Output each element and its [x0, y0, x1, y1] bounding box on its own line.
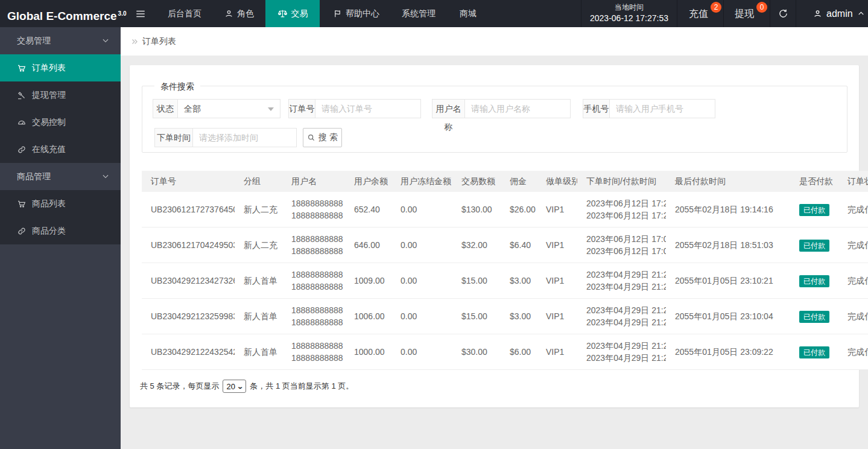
- sidebar-item-order-list[interactable]: 订单列表: [0, 54, 121, 81]
- paid-status-badge: 已付款: [799, 346, 829, 358]
- cell-is-paid: 已付款: [790, 263, 838, 299]
- table-header-row: 订单号 分组 用户名 用户余额 用户冻结金额 交易数额 佣金 做单级别 下单时间…: [142, 171, 868, 192]
- username-label: 用户名称: [432, 99, 465, 118]
- pagination-suffix: 条，共 1 页当前显示第 1 页。: [250, 381, 353, 392]
- recharge-badge: 2: [711, 2, 721, 13]
- cell-amount: $130.00: [452, 192, 501, 228]
- chevron-down-icon: [268, 107, 274, 111]
- column-header-amount: 交易数额: [452, 171, 501, 192]
- nav-label: 帮助中心: [346, 0, 379, 27]
- nav-item-trade[interactable]: 交易: [265, 0, 320, 27]
- cell-level: VIP1: [537, 299, 577, 334]
- cell-commission: $6.40: [501, 228, 537, 263]
- paid-status-badge: 已付款: [799, 204, 829, 216]
- nav-item-roles[interactable]: 角色: [218, 0, 260, 27]
- column-header-group: 分组: [235, 171, 282, 192]
- sidebar-item-online-recharge[interactable]: 在线充值: [0, 136, 121, 163]
- sidebar-item-trade-control[interactable]: 交易控制: [0, 109, 121, 136]
- time-line: 2023年06月12日 17:04:24: [586, 233, 657, 245]
- cell-level: VIP1: [537, 192, 577, 228]
- sidebar-group-trade-management[interactable]: 交易管理: [0, 27, 121, 54]
- cell-order-time: 2023年06月12日 17:27:372023年06月12日 17:27:44: [577, 192, 666, 228]
- nav-item-help-center[interactable]: 帮助中心: [327, 0, 385, 27]
- cell-commission: $26.00: [501, 192, 537, 228]
- menu-toggle-button[interactable]: [129, 0, 152, 27]
- order-time-input[interactable]: [192, 128, 297, 147]
- cell-commission: $6.00: [501, 334, 537, 370]
- cell-level: VIP1: [537, 228, 577, 263]
- sidebar-item-label: 商品分类: [32, 226, 66, 237]
- cell-order-no: UB2304292122432542: [142, 334, 235, 370]
- orders-table: 订单号 分组 用户名 用户余额 用户冻结金额 交易数额 佣金 做单级别 下单时间…: [142, 171, 868, 370]
- nav-item-mall[interactable]: 商城: [454, 0, 483, 27]
- app-logo-text: Global E-Commerce: [7, 10, 117, 22]
- column-header-last-pay-time: 最后付款时间: [666, 171, 790, 192]
- user-icon: [224, 9, 233, 18]
- phone-label: 手机号: [583, 99, 610, 118]
- order-time-label: 下单时间: [154, 128, 193, 147]
- refresh-button[interactable]: [770, 0, 796, 27]
- cell-last-pay-time: 2055年01月05日 23:09:22: [666, 334, 790, 370]
- sidebar-item-product-list[interactable]: 商品列表: [0, 190, 121, 217]
- gavel-icon: [17, 91, 27, 100]
- cell-order-no: UB2306121704249503: [142, 228, 235, 263]
- cart-icon: [17, 63, 27, 73]
- table-row: UB2306121727376450 新人二充 1888888888818888…: [142, 192, 868, 228]
- sidebar-item-product-category[interactable]: 商品分类: [0, 217, 121, 244]
- cell-group: 新人首单: [235, 299, 282, 334]
- column-header-is-paid: 是否付款: [790, 171, 838, 192]
- paid-status-badge: 已付款: [799, 311, 829, 323]
- username-input[interactable]: [464, 99, 571, 118]
- search-button[interactable]: 搜 索: [303, 128, 342, 147]
- topbar: Global E-Commerce3.0 后台首页 角色 交易 帮助中心 系统管…: [0, 0, 868, 27]
- per-page-select[interactable]: 20 ⌄: [223, 380, 246, 393]
- cell-balance: 646.00: [345, 228, 391, 263]
- nav-item-system[interactable]: 系统管理: [396, 0, 442, 27]
- cell-order-time: 2023年04月29日 21:23:252023年04月29日 21:23:32: [577, 299, 666, 334]
- time-line: 2023年04月29日 21:23:32: [586, 316, 657, 328]
- username-line: 18888888888: [291, 233, 336, 245]
- user-menu[interactable]: admin: [806, 0, 868, 27]
- time-line: 2023年06月12日 17:27:44: [586, 209, 657, 221]
- chevron-down-icon: ⌄: [236, 383, 244, 390]
- username-line: 18888888888: [291, 269, 336, 281]
- user-icon: [813, 9, 822, 18]
- sidebar-item-withdraw-management[interactable]: 提现管理: [0, 81, 121, 109]
- order-no-input[interactable]: [315, 99, 421, 118]
- cell-level: VIP1: [537, 334, 577, 370]
- status-label: 状态: [153, 99, 178, 118]
- withdraw-badge: 0: [756, 2, 767, 13]
- phone-input[interactable]: [609, 99, 715, 118]
- cell-balance: 1009.00: [345, 263, 391, 299]
- recharge-button[interactable]: 充值2: [678, 0, 724, 27]
- cell-order-no: UB2304292123427326: [142, 263, 235, 299]
- table-row: UB2304292123427326 新人首单 1888888888818888…: [142, 263, 868, 299]
- sidebar-group-product-management[interactable]: 商品管理: [0, 163, 121, 190]
- filter-legend: 条件搜索: [154, 80, 200, 92]
- cell-order-time: 2023年04月29日 21:22:432023年04月29日 21:23:05: [577, 334, 666, 370]
- status-select-value: 全部: [184, 104, 201, 113]
- cell-frozen: 0.00: [391, 299, 452, 334]
- column-header-level: 做单级别: [537, 171, 577, 192]
- cell-username: 1888888888818888888888: [282, 299, 345, 334]
- chevron-up-icon: [857, 10, 865, 18]
- username: admin: [826, 8, 853, 19]
- chevron-down-icon: [101, 36, 110, 45]
- cell-order-time: 2023年06月12日 17:04:242023年06月12日 17:04:38: [577, 228, 666, 263]
- status-select[interactable]: 全部: [177, 99, 280, 118]
- gauge-icon: [17, 118, 27, 127]
- search-icon: [307, 133, 315, 142]
- withdraw-button[interactable]: 提现0: [724, 0, 770, 27]
- cell-is-paid: 已付款: [790, 334, 838, 370]
- nav-item-home[interactable]: 后台首页: [162, 0, 207, 27]
- local-time: 当地时间 2023-06-12 17:27:53: [581, 0, 677, 27]
- cell-username: 1888888888818888888888: [282, 192, 345, 228]
- sidebar-group-label: 商品管理: [17, 171, 51, 181]
- pagination-prefix: 共 5 条记录，每页显示: [140, 381, 219, 392]
- time-line: 2023年04月29日 21:23:05: [586, 352, 657, 364]
- breadcrumb: 订单列表: [121, 27, 868, 56]
- cell-is-paid: 已付款: [790, 192, 838, 228]
- local-time-label: 当地时间: [581, 2, 677, 12]
- time-line: 2023年06月12日 17:27:37: [586, 197, 657, 209]
- cell-commission: $3.00: [501, 299, 537, 334]
